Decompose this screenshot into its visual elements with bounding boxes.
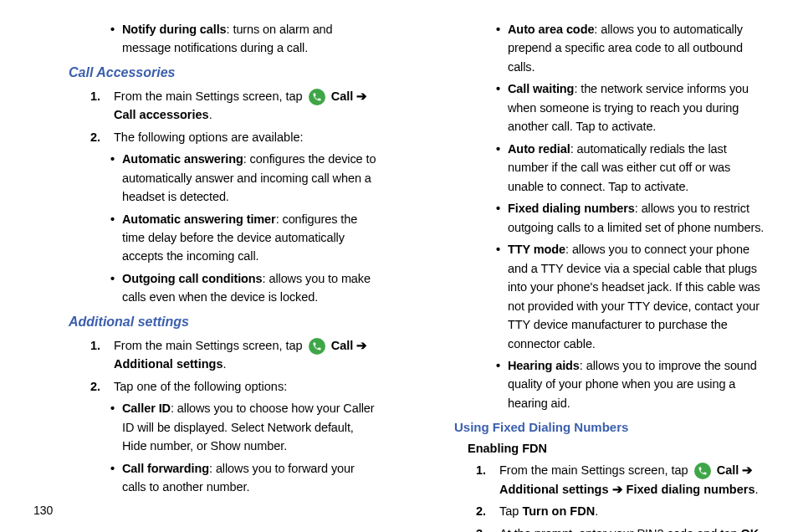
text-bold: Fixed dialing numbers xyxy=(623,483,755,496)
step-text: Tap one of the following options: xyxy=(114,377,379,396)
bullet-term: Hearing aids xyxy=(508,359,580,372)
bullet-term: Auto area code xyxy=(508,23,594,36)
phone-icon xyxy=(309,89,325,105)
phone-icon xyxy=(309,338,325,355)
left-column: Notify during calls: turns on alarm and … xyxy=(33,17,379,532)
list-item: Automatic answering timer: configures th… xyxy=(110,210,379,266)
bullet-term: Automatic answering timer xyxy=(122,212,276,226)
bullet-term: Call waiting xyxy=(508,82,574,95)
arrow-icon: ➔ xyxy=(742,463,753,477)
fdn-steps: 1. From the main Settings screen, tap Ca… xyxy=(419,461,765,532)
arrow-icon: ➔ xyxy=(356,339,367,352)
step-number: 1. xyxy=(476,461,499,499)
step-text: At the prompt, enter your PIN2 code and … xyxy=(499,524,765,533)
bullet-term: Caller ID xyxy=(122,402,171,415)
text-bold: Turn on FDN xyxy=(522,504,595,518)
right-column: Auto area code: allows you to automatica… xyxy=(419,17,765,532)
step-text: From the main Settings screen, tap Call … xyxy=(114,87,379,125)
text-bold: Call xyxy=(331,90,357,103)
text: At the prompt, enter your PIN2 code and … xyxy=(499,527,741,533)
list-item: TTY mode: allows you to connect your pho… xyxy=(496,240,765,353)
bullet-term: TTY mode xyxy=(508,243,565,256)
step-number: 2. xyxy=(476,502,499,520)
list-item: 1. From the main Settings screen, tap Ca… xyxy=(90,336,379,374)
arrow-icon: ➔ xyxy=(356,90,367,103)
list-item: Caller ID: allows you to choose how your… xyxy=(110,399,379,455)
phone-icon xyxy=(694,463,711,479)
bullet-term: Automatic answering xyxy=(122,152,243,166)
list-item: Fixed dialing numbers: allows you to res… xyxy=(496,199,765,237)
step-text: The following options are available: xyxy=(114,128,379,146)
text: Tap xyxy=(499,504,522,518)
list-item: Hearing aids: allows you to improve the … xyxy=(496,356,765,412)
list-item: Automatic answering: configures the devi… xyxy=(110,150,379,206)
call-accessories-steps: 1. From the main Settings screen, tap Ca… xyxy=(33,87,379,146)
heading-call-accessories: Call Accessories xyxy=(69,63,379,84)
step-number: 1. xyxy=(90,87,114,125)
text-bold: Additional settings xyxy=(499,483,612,496)
list-item: Outgoing call conditions: allows you to … xyxy=(110,269,379,307)
step-number: 2. xyxy=(90,128,114,146)
text: From the main Settings screen, tap xyxy=(114,339,306,352)
call-accessories-options: Automatic answering: configures the devi… xyxy=(33,150,379,307)
step-text: Tap Turn on FDN. xyxy=(499,502,765,520)
step-number: 2. xyxy=(90,377,114,396)
list-item: 1. From the main Settings screen, tap Ca… xyxy=(90,87,379,125)
subheading-fdn: Using Fixed Dialing Numbers xyxy=(454,417,765,437)
text: From the main Settings screen, tap xyxy=(114,90,306,103)
bullet-term: Auto redial xyxy=(508,142,570,156)
list-item: Call waiting: the network service inform… xyxy=(496,79,765,136)
notify-list: Notify during calls: turns on alarm and … xyxy=(33,20,379,58)
heading-additional-settings: Additional settings xyxy=(69,312,379,333)
step-text: From the main Settings screen, tap Call … xyxy=(114,336,379,374)
text-bold: Additional settings xyxy=(114,357,223,371)
text-bold: OK xyxy=(741,527,760,533)
list-item: Notify during calls: turns on alarm and … xyxy=(110,20,379,58)
list-item: Auto area code: allows you to automatica… xyxy=(496,20,765,76)
text-bold: Call xyxy=(331,339,357,352)
bullet-term: Outgoing call conditions xyxy=(122,272,263,285)
list-item: 2. Tap Turn on FDN. xyxy=(476,502,765,520)
text: From the main Settings screen, tap xyxy=(499,463,692,477)
bullet-term: Call forwarding xyxy=(122,462,209,475)
additional-settings-steps: 1. From the main Settings screen, tap Ca… xyxy=(33,336,379,396)
list-item: 2. Tap one of the following options: xyxy=(90,377,379,396)
page-number: 130 xyxy=(33,504,53,517)
list-item: 1. From the main Settings screen, tap Ca… xyxy=(476,461,765,499)
text-bold: Call accessories xyxy=(114,108,209,121)
bullet-term: Fixed dialing numbers xyxy=(508,202,635,215)
list-item: 3. At the prompt, enter your PIN2 code a… xyxy=(476,524,765,533)
step-number: 3. xyxy=(476,524,499,533)
bullet-term: Notify during calls xyxy=(122,23,227,36)
right-options: Auto area code: allows you to automatica… xyxy=(419,20,765,412)
step-text: From the main Settings screen, tap Call … xyxy=(499,461,765,499)
subheading-enabling-fdn: Enabling FDN xyxy=(468,439,765,458)
list-item: Auto redial: automatically redials the l… xyxy=(496,140,765,196)
step-number: 1. xyxy=(90,336,114,374)
bullet-desc: : allows you to connect your phone and a… xyxy=(508,243,760,350)
additional-settings-options: Caller ID: allows you to choose how your… xyxy=(33,399,379,496)
page-content: Notify during calls: turns on alarm and … xyxy=(0,0,798,532)
list-item: Call forwarding: allows you to forward y… xyxy=(110,459,379,497)
text-bold: Call xyxy=(717,463,743,477)
arrow-icon: ➔ xyxy=(612,483,623,496)
list-item: 2. The following options are available: xyxy=(90,128,379,146)
